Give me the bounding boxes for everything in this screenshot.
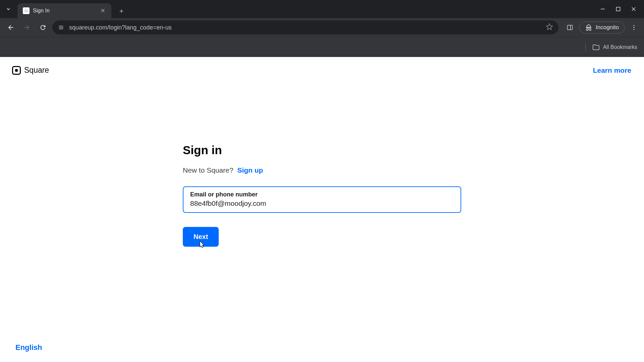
address-bar[interactable]: squareup.com/login?lang_code=en-us [52,20,558,35]
email-label: Email or phone number [190,191,454,198]
new-tab-button[interactable]: ＋ [115,5,127,17]
svg-point-9 [633,29,634,30]
tab-bar: □ Sign In ✕ ＋ [0,0,644,18]
all-bookmarks-button[interactable]: All Bookmarks [592,44,637,51]
email-input[interactable] [190,199,454,207]
svg-point-2 [59,25,60,26]
forward-button[interactable] [20,21,34,34]
reload-button[interactable] [36,21,50,34]
svg-point-8 [633,27,634,28]
page-header: Square Learn more [0,57,644,75]
address-toolbar: squareup.com/login?lang_code=en-us Incog… [0,18,644,37]
close-tab-icon[interactable]: ✕ [99,7,106,14]
bookmark-star-icon[interactable] [546,23,553,32]
url-text: squareup.com/login?lang_code=en-us [69,24,541,31]
maximize-icon[interactable] [615,6,621,12]
email-field-wrapper[interactable]: Email or phone number [183,186,461,213]
incognito-indicator[interactable]: Incognito [579,21,625,34]
svg-point-4 [60,28,61,29]
back-button[interactable] [4,21,17,34]
svg-rect-1 [616,7,620,11]
tab-title: Sign In [33,8,96,14]
svg-point-3 [62,27,63,28]
browser-tab[interactable]: □ Sign In ✕ [17,3,111,18]
tab-search-dropdown[interactable] [2,3,15,15]
site-settings-icon[interactable] [58,24,64,31]
learn-more-link[interactable]: Learn more [593,66,631,74]
next-button[interactable]: Next [183,227,219,247]
folder-icon [592,44,600,51]
prompt-prefix: New to Square? [183,166,233,174]
side-panel-icon[interactable] [564,21,576,34]
minimize-icon[interactable] [600,6,606,12]
incognito-icon [585,24,592,31]
square-logo[interactable]: Square [12,66,49,75]
svg-point-7 [633,25,634,26]
tab-favicon: □ [23,7,30,14]
browser-chrome: □ Sign In ✕ ＋ [0,0,644,57]
language-selector[interactable]: English [15,343,42,352]
toolbar-right: Incognito [561,21,640,34]
signup-link[interactable]: Sign up [237,166,263,174]
browser-menu-icon[interactable] [628,21,640,34]
signin-prompt: New to Square? Sign up [183,166,461,174]
close-window-icon[interactable] [631,6,637,12]
signin-form: Sign in New to Square? Sign up Email or … [183,143,461,247]
bookmarks-bar: All Bookmarks [0,37,644,57]
page-content: Square Learn more Sign in New to Square?… [0,57,644,362]
divider [585,43,586,52]
svg-rect-5 [568,25,573,29]
square-logo-text: Square [24,66,49,75]
window-controls [600,6,644,12]
square-logo-mark-icon [12,66,21,75]
all-bookmarks-label: All Bookmarks [603,44,637,50]
incognito-label: Incognito [596,24,619,31]
signin-heading: Sign in [183,143,461,157]
